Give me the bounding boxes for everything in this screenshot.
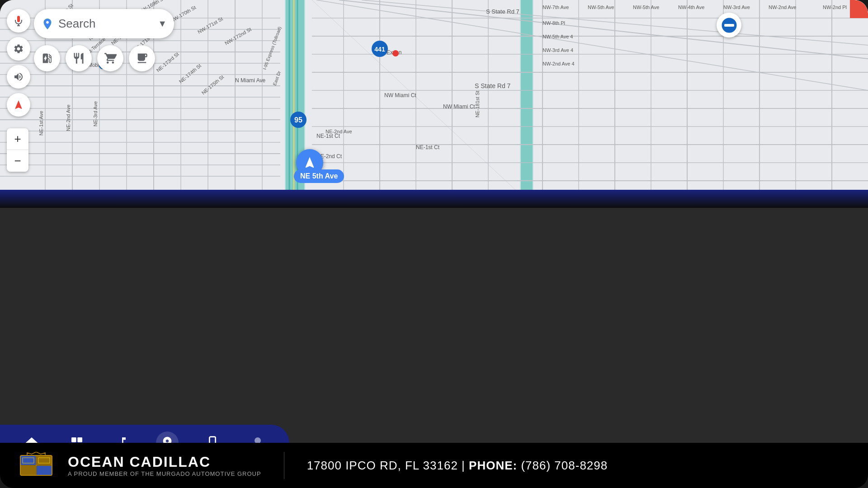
dealer-address: 17800 IPCO RD, FL 33162 — [307, 459, 458, 472]
search-bar[interactable]: Search ▼ — [34, 9, 174, 38]
bezel-transition — [0, 190, 868, 208]
zoom-out-button[interactable]: − — [7, 150, 28, 172]
search-label: Search — [58, 17, 153, 31]
dealer-subtitle: A PROUD MEMBER OF THE MURGADO AUTOMOTIVE… — [68, 470, 261, 477]
zoom-in-button[interactable]: + — [7, 128, 28, 150]
map-ui: Search ▼ — [0, 0, 868, 208]
cadillac-crest-icon — [18, 452, 54, 479]
dealer-phone: (786) 708-8298 — [521, 459, 608, 472]
volume-button[interactable] — [7, 65, 30, 89]
shopping-filter-button[interactable] — [97, 45, 123, 71]
map-container: 95 441 NE-164th St NE-165th St NE-169th … — [0, 0, 868, 208]
svg-rect-112 — [71, 437, 76, 442]
microphone-button[interactable] — [7, 9, 30, 33]
current-street-label: NE 5th Ave — [294, 169, 344, 183]
gas-filter-button[interactable] — [34, 45, 60, 71]
dealer-banner: OCEAN CADILLAC A PROUD MEMBER OF THE MUR… — [0, 443, 868, 488]
svg-rect-125 — [37, 456, 52, 465]
svg-rect-126 — [21, 466, 36, 475]
zoom-controls: + − — [7, 128, 28, 172]
dealer-name: OCEAN CADILLAC — [68, 454, 261, 470]
svg-rect-124 — [21, 456, 36, 465]
main-screen: 95 441 NE-164th St NE-165th St NE-169th … — [0, 0, 868, 488]
dealer-phone-label: PHONE: — [469, 459, 517, 472]
svg-rect-113 — [77, 437, 82, 442]
restaurant-filter-button[interactable] — [66, 45, 92, 71]
dealer-name-block: OCEAN CADILLAC A PROUD MEMBER OF THE MUR… — [68, 454, 261, 477]
dealer-separator: | — [462, 459, 469, 472]
left-sidebar — [7, 9, 30, 117]
quick-filters — [34, 45, 155, 71]
dealer-logo — [18, 452, 54, 479]
search-dropdown-icon[interactable]: ▼ — [158, 19, 167, 29]
svg-rect-111 — [724, 24, 734, 27]
dealer-contact: 17800 IPCO RD, FL 33162 | PHONE: (786) 7… — [307, 459, 608, 473]
no-entry-sign — [717, 13, 741, 38]
settings-button[interactable] — [7, 37, 30, 61]
navigation-direction-button[interactable] — [7, 93, 30, 117]
coffee-filter-button[interactable] — [129, 45, 155, 71]
svg-rect-127 — [37, 466, 52, 475]
dealer-divider — [284, 452, 284, 479]
google-maps-icon — [41, 18, 54, 30]
